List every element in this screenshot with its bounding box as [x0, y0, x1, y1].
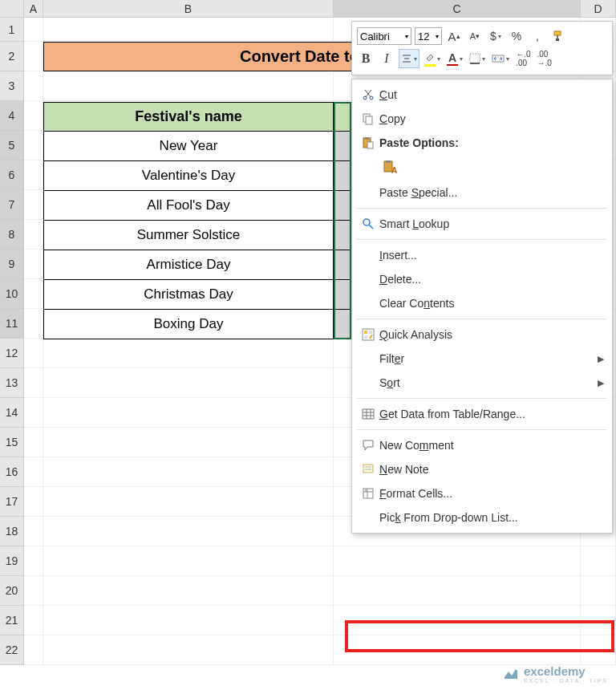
paste-values-icon: A — [379, 159, 402, 177]
context-menu: Cut Copy Paste Options: A Paste Special.… — [351, 79, 613, 534]
menu-label: Smart Lookup — [379, 217, 604, 230]
increase-decimal-button[interactable]: ←.0.00 — [514, 49, 532, 68]
svg-line-11 — [366, 90, 371, 97]
format-painter-icon[interactable] — [549, 26, 567, 46]
font-family-dropdown[interactable]: Calibri▾ — [357, 27, 411, 45]
table-row[interactable]: All Fool's Day — [43, 191, 334, 221]
table-row[interactable]: Christmas Day — [43, 280, 334, 310]
table-row[interactable]: New Year — [43, 132, 334, 161]
menu-paste-options-header: Paste Options: — [352, 131, 612, 155]
italic-button[interactable]: I — [378, 49, 395, 68]
format-cells-icon — [357, 485, 379, 502]
percent-button[interactable]: % — [508, 26, 525, 46]
menu-cut[interactable]: Cut — [352, 83, 612, 107]
svg-point-21 — [363, 219, 370, 225]
row-header[interactable]: 8 — [0, 220, 24, 250]
bold-button[interactable]: B — [357, 49, 375, 68]
menu-label: Paste Special... — [379, 186, 604, 199]
blank-icon — [357, 270, 379, 288]
menu-label: New Note — [379, 463, 604, 476]
decrease-decimal-button[interactable]: .00→.0 — [535, 49, 553, 68]
row-header[interactable]: 16 — [0, 457, 24, 487]
menu-smart-lookup[interactable]: Smart Lookup — [352, 212, 612, 236]
row-header[interactable]: 1 — [0, 18, 24, 42]
row-header[interactable]: 22 — [0, 635, 24, 665]
svg-rect-2 — [556, 39, 559, 41]
table-row[interactable]: Armistice Day — [43, 250, 334, 280]
blank-icon — [357, 184, 379, 201]
menu-sort[interactable]: Sort ▶ — [352, 371, 612, 395]
spreadsheet-grid: A B C D 1 2 3 4 5 6 7 8 9 10 11 12 13 14… — [0, 0, 616, 690]
menu-new-comment[interactable]: New Comment — [352, 433, 612, 457]
menu-quick-analysis[interactable]: Quick Analysis — [352, 323, 612, 347]
menu-paste-special[interactable]: Paste Special... — [352, 181, 612, 205]
row-header[interactable]: 12 — [0, 339, 24, 368]
blank-icon — [357, 294, 379, 312]
menu-paste-default[interactable]: A — [352, 155, 612, 181]
row-header[interactable]: 21 — [0, 606, 24, 635]
watermark-tagline: EXCEL · DATA · TIPS — [524, 678, 608, 684]
row-header[interactable]: 20 — [0, 576, 24, 606]
menu-format-cells[interactable]: Format Cells... — [352, 481, 612, 505]
align-center-button[interactable] — [399, 49, 419, 68]
row-header[interactable]: 4 — [0, 101, 24, 131]
row-header[interactable]: 6 — [0, 160, 24, 190]
borders-button[interactable] — [468, 49, 487, 68]
menu-get-data[interactable]: Get Data from Table/Range... — [352, 402, 612, 426]
menu-copy[interactable]: Copy — [352, 107, 612, 131]
font-size-dropdown[interactable]: 12▾ — [415, 27, 442, 45]
svg-rect-6 — [470, 54, 480, 63]
row-header[interactable]: 17 — [0, 487, 24, 517]
shrink-font-button[interactable]: A▾ — [466, 26, 484, 46]
currency-button[interactable]: $ — [487, 26, 505, 46]
row-header[interactable]: 5 — [0, 131, 24, 160]
table-row[interactable]: Boxing Day — [43, 310, 334, 339]
row-header[interactable]: 13 — [0, 368, 24, 398]
row-header[interactable]: 7 — [0, 190, 24, 220]
row-header[interactable]: 15 — [0, 428, 24, 457]
comment-icon — [357, 436, 379, 454]
row-header[interactable]: 19 — [0, 546, 24, 576]
comma-button[interactable]: , — [529, 26, 546, 46]
menu-clear-contents[interactable]: Clear Contents — [352, 291, 612, 315]
svg-rect-0 — [554, 31, 561, 35]
menu-filter[interactable]: Filter ▶ — [352, 347, 612, 371]
copy-icon — [357, 110, 379, 128]
col-header-a[interactable]: A — [24, 0, 43, 18]
menu-insert[interactable]: Insert... — [352, 243, 612, 267]
search-icon — [357, 215, 379, 233]
row-header[interactable]: 9 — [0, 250, 24, 279]
row-header[interactable]: 18 — [0, 517, 24, 546]
col-header-b[interactable]: B — [43, 0, 334, 18]
row-header[interactable]: 3 — [0, 71, 24, 101]
row-header[interactable]: 14 — [0, 398, 24, 428]
menu-separator — [357, 208, 607, 209]
row-header[interactable]: 10 — [0, 279, 24, 309]
column-headers: A B C D — [0, 0, 616, 18]
cut-icon — [357, 86, 379, 104]
submenu-arrow-icon: ▶ — [598, 378, 604, 388]
menu-pick-dropdown[interactable]: Pick From Drop-down List... — [352, 505, 612, 530]
svg-rect-1 — [557, 35, 558, 39]
row-header[interactable]: 2 — [0, 42, 24, 71]
menu-label: Copy — [379, 112, 604, 125]
fill-color-button[interactable] — [423, 49, 442, 68]
table-row[interactable]: Valentine's Day — [43, 161, 334, 191]
svg-line-22 — [369, 225, 373, 229]
merge-center-button[interactable] — [490, 49, 511, 68]
svg-rect-32 — [363, 465, 373, 473]
font-color-button[interactable]: A — [445, 49, 464, 68]
menu-delete[interactable]: Delete... — [352, 267, 612, 291]
svg-text:A: A — [391, 166, 397, 175]
menu-new-note[interactable]: New Note — [352, 457, 612, 481]
svg-rect-26 — [364, 335, 367, 339]
col-header-d[interactable]: D — [581, 0, 616, 18]
select-all-corner[interactable] — [0, 0, 24, 18]
table-header[interactable]: Festival's name — [43, 102, 334, 132]
menu-label: Clear Contents — [379, 297, 604, 310]
row-header[interactable]: 11 — [0, 309, 24, 339]
selected-column-c[interactable] — [334, 102, 351, 339]
grow-font-button[interactable]: A▴ — [445, 26, 463, 46]
col-header-c[interactable]: C — [334, 0, 581, 18]
table-row[interactable]: Summer Solstice — [43, 221, 334, 250]
